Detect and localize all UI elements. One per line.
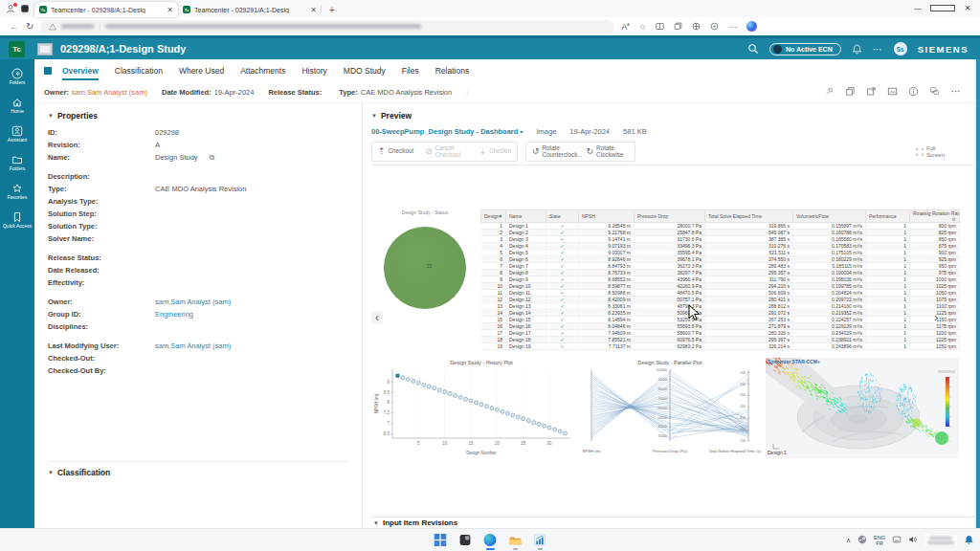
checkin-button[interactable]: ⇣Checkin [474,143,517,161]
checkout-button[interactable]: ⇡Checkout [372,143,419,161]
tab-mdo-study[interactable]: MDO Study [344,61,386,80]
preview-icon[interactable] [887,86,898,99]
sidebar-item-home[interactable]: Home [11,97,23,114]
carousel-next-button[interactable]: › [930,311,942,324]
header-more-icon[interactable]: ⋯ [873,44,883,55]
tab-actions-icon[interactable] [20,4,30,15]
table-row: 3Design 3✓9.14741 m31730.6 Pa387.385 s0.… [481,236,960,243]
favorite-star-icon[interactable]: ☆ [639,22,647,32]
tab-relations[interactable]: Relations [435,61,469,80]
property-row: Name:Design Study⧉ [48,151,348,164]
edge-taskbar-icon[interactable] [482,532,499,548]
browser-profile-icon[interactable] [6,4,15,15]
active-ecn-badge[interactable]: No Active ECN [769,43,841,55]
tray-app-icon[interactable] [858,535,867,545]
checkin-icon: ⇣ [479,148,487,155]
chat-icon[interactable] [929,86,940,99]
sidebar-item-favorites[interactable]: Favorites [8,183,28,200]
browser-menu-icon[interactable]: ⋯ [728,22,737,32]
tab-close-icon[interactable]: ✕ [310,6,317,14]
property-label: Analysis Type: [48,197,155,206]
search-icon[interactable] [747,43,759,55]
property-row: Release Status: [48,252,348,264]
preview-section-header[interactable]: ▼Preview [371,103,974,121]
user-avatar[interactable]: Ss [894,42,907,55]
monitor-app-icon[interactable] [532,532,548,548]
sidebar-item-folders[interactable]: Folders [10,68,26,85]
property-row: Analysis Type: [48,195,348,208]
notification-bell-icon[interactable] [964,535,974,546]
volume-icon[interactable] [908,535,918,545]
property-value[interactable]: sam,Sam Analyst (sam) [155,298,231,306]
classification-section-header[interactable]: ▼Classification [48,468,348,477]
preview-toolbar: ⇡Checkout⊘Cancel Checkout⇣Checkin↺Rotate… [371,142,974,165]
task-view-button[interactable] [457,532,474,548]
table-row: 1Design 1✓9.28545 m28000.7 Pa319.866 s0.… [481,223,960,230]
start-button[interactable] [433,532,449,548]
tray-chevron-icon[interactable]: ∧ [846,537,851,544]
svg-text:25: 25 [521,441,526,446]
language-indicator[interactable]: ENGFR [874,535,885,546]
tab-where-used[interactable]: Where Used [179,61,224,80]
back-icon[interactable]: ← [10,22,19,32]
extensions-icon[interactable] [710,22,719,31]
datetime-blurred[interactable] [924,534,957,546]
property-row: Group ID:Engineering [48,308,348,320]
more-icon[interactable] [950,86,961,99]
tab-history[interactable]: History [301,61,326,80]
property-value[interactable]: Engineering [155,310,193,319]
right-scroll-rail[interactable] [974,59,980,528]
input-item-revisions-header[interactable]: ▼Input Item Revisions [371,517,974,528]
info-icon[interactable] [908,86,919,99]
touch-keyboard-icon[interactable] [892,535,902,545]
dataset-selector[interactable]: 00-SweepPump_Design Study - Dashboard ▾ [371,127,523,136]
tab-classification[interactable]: Classification [115,61,163,80]
sidebar-item-quick-access[interactable]: Quick Access [3,211,32,229]
infobar-divider: | [466,88,468,97]
new-tab-button[interactable]: + [329,5,335,15]
carousel-prev-button[interactable]: ‹ [371,311,383,324]
notifications-bell-icon[interactable] [852,44,862,55]
file-explorer-icon[interactable] [507,532,523,548]
property-label: Revision: [48,141,155,149]
compare-icon[interactable]: ⧉ [210,153,215,163]
split-screen-icon[interactable] [656,22,664,31]
tab-files[interactable]: Files [402,61,419,80]
pin-icon[interactable] [824,86,835,99]
site-info-icon[interactable] [49,23,56,31]
tab-overview[interactable]: Overview [62,61,99,80]
tab-attachments[interactable]: Attachments [240,61,285,80]
profile-alert-dot [13,3,17,7]
refresh-icon[interactable]: ↻ [26,22,33,32]
collapse-triangle-icon: ▼ [48,113,54,119]
table-column-header: Total Solve Elapsed Time [705,210,793,223]
properties-section-header[interactable]: ▼Properties [48,111,348,121]
rotate-cw-button[interactable]: ↻Rotate Clockwise [581,143,635,161]
browser-tab[interactable]: TcTeamcenter - 029291/A;1-Desig✕ [178,2,322,17]
browser-essentials-icon[interactable] [692,22,701,31]
rotate-ccw-button[interactable]: ↺Rotate Counterclock... [526,143,581,161]
browser-tab[interactable]: TcTeamcenter - 029298/A;1-Desig✕ [34,2,178,17]
sidebar-item-assistant[interactable]: Assistant [8,125,27,143]
owner-value[interactable]: sam,Sam Analyst (sam) [72,88,147,97]
sidebar-item-folders[interactable]: Folders [10,154,26,171]
address-input[interactable]: | [40,20,614,33]
ecn-icon [773,45,782,54]
panel-divider[interactable] [358,103,366,528]
close-button[interactable]: ✕ [955,0,980,16]
cancel-checkout-button[interactable]: ⊘Cancel Checkout [419,143,474,161]
fullscreen-button[interactable]: Full Screen [916,145,949,158]
tab-close-icon[interactable]: ✕ [167,6,173,14]
read-aloud-icon[interactable]: Aa [621,21,629,32]
collections-icon[interactable] [674,22,682,31]
table-row: 16Design 16✓8.04846 m55693.8 Pa271.879 s… [481,323,960,330]
open-icon[interactable] [866,86,877,99]
restore-button[interactable] [930,0,955,16]
property-value[interactable]: sam,Sam Analyst (sam) [155,342,231,350]
table-column-header: Design# [481,210,506,223]
copy-icon[interactable] [845,86,856,99]
copilot-icon[interactable] [746,21,757,32]
rotate-ccw-icon: ↺ [532,148,540,155]
minimize-button[interactable]: — [905,0,930,16]
teamcenter-logo[interactable]: Tc [9,41,25,57]
